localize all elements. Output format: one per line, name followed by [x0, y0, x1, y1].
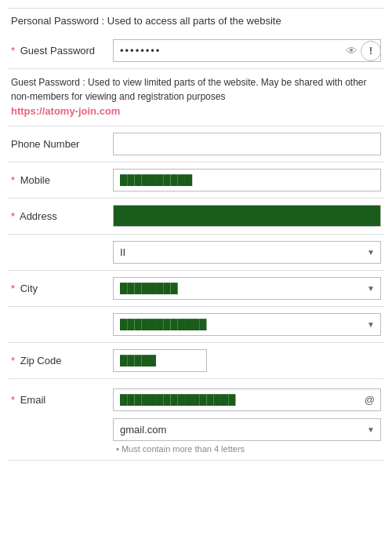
mobile-input-col — [113, 169, 381, 191]
email-domain-select[interactable]: gmail.com yahoo.com hotmail.com outlook.… — [113, 418, 381, 441]
city-select[interactable]: ████████ — [113, 277, 381, 300]
exclamation-button[interactable]: ! — [361, 41, 381, 61]
registration-form: Personal Password : Used to access all p… — [0, 8, 392, 461]
required-star-email: * — [11, 394, 15, 406]
email-row-inner: * Email @ — [11, 382, 381, 418]
email-domain-row: gmail.com yahoo.com hotmail.com outlook.… — [113, 418, 381, 441]
personal-password-note: Personal Password : Used to access all p… — [8, 8, 384, 33]
phone-number-label: Phone Number — [11, 138, 113, 150]
city-row: * City ████████ ▼ — [8, 271, 384, 307]
email-username-input[interactable] — [113, 388, 381, 411]
email-label-text: Email — [20, 394, 46, 406]
zip-code-label: * Zip Code — [11, 355, 113, 366]
suburb-input-col: ████████████ ▼ — [113, 313, 381, 336]
at-symbol: @ — [365, 394, 375, 406]
guest-password-input-col: 👁 ! — [113, 39, 381, 62]
city-label: * City — [11, 283, 113, 294]
zip-code-label-text: Zip Code — [20, 355, 62, 366]
guest-password-label: * Guest Password — [11, 45, 113, 57]
phone-number-input[interactable] — [113, 133, 381, 155]
guest-password-input[interactable] — [113, 39, 381, 62]
required-star-mobile: * — [11, 174, 15, 186]
email-hint: Must contain more than 4 letters — [11, 441, 381, 457]
mobile-label-text: Mobile — [20, 174, 50, 186]
zip-code-row: * Zip Code — [8, 343, 384, 379]
state-row: II ▼ — [8, 235, 384, 271]
mobile-input[interactable] — [113, 169, 381, 191]
watermark-text: https://atomy-join.com — [11, 105, 120, 117]
address-label-text: Address — [20, 210, 57, 222]
zip-code-input-col — [113, 349, 381, 372]
required-star-address: * — [11, 210, 15, 222]
city-label-text: City — [20, 283, 38, 294]
address-row: * Address — [8, 199, 384, 235]
phone-number-label-text: Phone Number — [11, 138, 79, 150]
eye-icon[interactable]: 👁 — [346, 44, 358, 57]
personal-password-text: Personal Password : Used to access all p… — [11, 15, 281, 27]
state-input-col: II ▼ — [113, 241, 381, 264]
address-input-masked[interactable] — [113, 205, 381, 227]
state-select[interactable]: II — [113, 241, 381, 264]
mobile-row: * Mobile — [8, 162, 384, 199]
required-star-zip: * — [11, 355, 15, 366]
phone-number-input-col — [113, 133, 381, 155]
city-select-wrapper: ████████ ▼ — [113, 277, 381, 300]
city-input-col: ████████ ▼ — [113, 277, 381, 300]
guest-password-label-text: Guest Password — [20, 45, 95, 57]
guest-password-row: * Guest Password 👁 ! — [8, 33, 384, 69]
suburb-select-wrapper: ████████████ ▼ — [113, 313, 381, 336]
email-row: * Email @ gmail.com yahoo.com hotmail.co… — [8, 379, 384, 461]
address-label: * Address — [11, 210, 113, 222]
address-input-col — [113, 205, 381, 227]
email-username-col: @ — [113, 388, 381, 411]
zip-code-input[interactable] — [113, 349, 207, 372]
suburb-row: ████████████ ▼ — [8, 307, 384, 343]
phone-number-row: Phone Number — [8, 126, 384, 162]
required-star: * — [11, 45, 15, 57]
email-domain-select-wrapper: gmail.com yahoo.com hotmail.com outlook.… — [113, 418, 381, 441]
state-select-wrapper: II ▼ — [113, 241, 381, 264]
email-label: * Email — [11, 394, 113, 406]
required-star-city: * — [11, 283, 15, 294]
guest-password-note: Guest Password : Used to view limited pa… — [8, 69, 384, 126]
mobile-label: * Mobile — [11, 174, 113, 186]
password-wrapper: 👁 ! — [113, 39, 381, 62]
suburb-select[interactable]: ████████████ — [113, 313, 381, 336]
